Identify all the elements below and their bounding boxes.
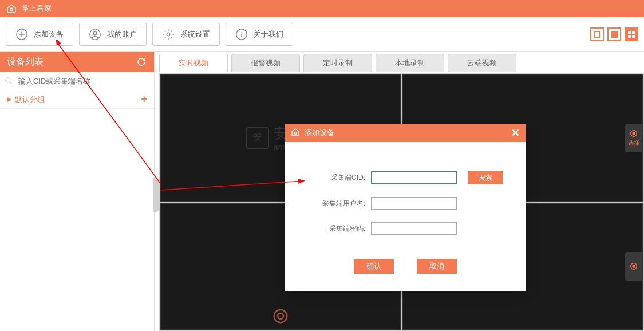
svg-point-19 xyxy=(294,132,297,134)
dialog-body: 采集端CID: 搜索 采集端用户名: 采集端密码: 确认 取消 xyxy=(285,142,526,291)
add-device-label: 添加设备 xyxy=(34,29,64,40)
default-group-item[interactable]: ▶ 默认分组 + xyxy=(0,90,154,109)
layout-fullscreen-button[interactable] xyxy=(607,27,621,41)
dialog-header: 添加设备 ✕ xyxy=(285,124,526,142)
tab-label: 报警视频 xyxy=(251,58,280,68)
svg-point-0 xyxy=(10,8,13,11)
sidebar-title: 设备列表 xyxy=(7,56,44,68)
svg-point-3 xyxy=(93,31,97,35)
select-badge-label: 选择 xyxy=(628,139,639,147)
info-circle-icon xyxy=(235,28,248,41)
svg-point-16 xyxy=(278,313,283,319)
sidebar-search xyxy=(0,72,154,90)
svg-rect-7 xyxy=(611,31,618,38)
app-title: 掌上看家 xyxy=(22,3,52,14)
tab-local[interactable]: 本地录制 xyxy=(376,54,444,72)
password-input[interactable] xyxy=(371,222,457,235)
username-label: 采集端用户名: xyxy=(302,199,365,208)
system-settings-label: 系统设置 xyxy=(180,29,210,40)
layout-1x1-button[interactable] xyxy=(590,27,604,41)
my-account-label: 我的账户 xyxy=(107,29,137,40)
tab-cloud[interactable]: 云端视频 xyxy=(448,54,516,72)
svg-rect-6 xyxy=(594,31,600,37)
ok-button[interactable]: 确认 xyxy=(354,259,394,274)
search-button[interactable]: 搜索 xyxy=(468,171,503,184)
search-button-label: 搜索 xyxy=(479,174,492,182)
sidebar-header: 设备列表 xyxy=(0,52,154,72)
dialog-title: 添加设备 xyxy=(305,128,334,138)
search-icon xyxy=(5,77,14,86)
select-badge[interactable] xyxy=(625,252,642,281)
gear-icon xyxy=(162,28,175,41)
cid-label: 采集端CID: xyxy=(302,173,365,183)
cancel-button[interactable]: 取消 xyxy=(417,259,457,274)
tab-scheduled[interactable]: 定时录制 xyxy=(303,54,372,72)
add-to-group-icon[interactable]: + xyxy=(141,93,147,105)
refresh-icon[interactable] xyxy=(136,56,147,68)
camera-icon xyxy=(272,308,289,327)
tab-alarm[interactable]: 报警视频 xyxy=(231,54,300,72)
layout-2x2-button[interactable] xyxy=(625,27,638,41)
svg-point-14 xyxy=(633,132,635,135)
username-input[interactable] xyxy=(371,197,457,210)
search-input[interactable] xyxy=(16,74,149,88)
svg-rect-8 xyxy=(628,31,631,34)
tab-label: 云端视频 xyxy=(467,58,497,68)
dialog-footer: 确认 取消 xyxy=(302,247,508,279)
app-logo-icon xyxy=(6,3,17,14)
ok-button-label: 确认 xyxy=(366,262,381,270)
about-us-label: 关于我们 xyxy=(254,29,283,40)
watermark-badge-icon: 安 xyxy=(246,127,269,149)
svg-point-12 xyxy=(6,77,10,82)
chevron-right-icon: ▶ xyxy=(7,96,11,103)
toolbar: 添加设备 我的账户 系统设置 关于我们 xyxy=(0,17,644,52)
tab-label: 定时录制 xyxy=(323,58,353,68)
sidebar: 设备列表 ▶ 默认分组 + xyxy=(0,52,155,331)
cancel-button-label: 取消 xyxy=(429,262,444,270)
password-label: 采集端密码: xyxy=(302,224,365,234)
svg-point-2 xyxy=(90,29,100,39)
tab-bar: 实时视频 报警视频 定时录制 本地录制 云端视频 xyxy=(159,54,644,73)
layout-switcher xyxy=(590,27,638,41)
svg-rect-9 xyxy=(632,31,635,34)
about-us-button[interactable]: 关于我们 xyxy=(226,23,293,46)
svg-rect-11 xyxy=(632,35,635,38)
tab-label: 实时视频 xyxy=(179,58,208,68)
cid-input[interactable] xyxy=(371,171,457,184)
svg-point-15 xyxy=(274,310,287,323)
svg-point-4 xyxy=(167,33,170,36)
group-label: 默认分组 xyxy=(15,94,45,105)
user-circle-icon xyxy=(89,28,101,41)
add-device-button[interactable]: 添加设备 xyxy=(6,23,73,46)
dialog-close-icon[interactable]: ✕ xyxy=(511,127,520,139)
svg-rect-10 xyxy=(628,35,631,38)
select-badge[interactable]: 选择 xyxy=(625,124,642,152)
dialog-logo-icon xyxy=(291,128,300,139)
plus-circle-icon xyxy=(15,28,28,41)
sidebar-resize-handle[interactable] xyxy=(153,178,159,212)
tab-label: 本地录制 xyxy=(395,58,425,68)
my-account-button[interactable]: 我的账户 xyxy=(79,23,147,46)
tab-realtime[interactable]: 实时视频 xyxy=(159,54,228,72)
add-device-dialog: 添加设备 ✕ 采集端CID: 搜索 采集端用户名: 采集端密码: 确认 取消 xyxy=(285,124,526,291)
svg-point-18 xyxy=(633,265,635,267)
titlebar: 掌上看家 xyxy=(0,0,644,17)
system-settings-button[interactable]: 系统设置 xyxy=(152,23,220,46)
